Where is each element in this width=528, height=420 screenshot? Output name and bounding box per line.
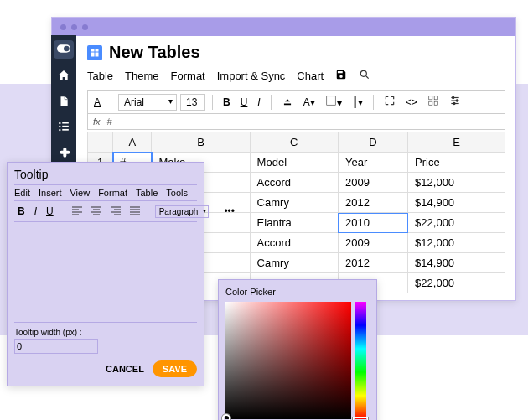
bold-icon[interactable]: B <box>220 95 234 110</box>
tt-underline-icon[interactable]: U <box>43 204 57 219</box>
table-icon <box>87 45 102 60</box>
tt-italic-icon[interactable]: I <box>31 204 40 219</box>
grid-icon[interactable] <box>424 93 443 111</box>
formula-bar[interactable]: fx # <box>87 114 505 130</box>
tooltip-toolbar: B I U Paragraph ••• <box>14 201 197 222</box>
tt-menu-table[interactable]: Table <box>136 188 158 198</box>
underline-icon[interactable]: U <box>237 95 251 110</box>
menubar: Table Theme Format Import & Sync Chart <box>87 65 505 86</box>
border-icon[interactable]: ▾ <box>322 93 345 111</box>
svg-point-21 <box>59 126 60 127</box>
cell[interactable]: Accord <box>250 233 338 253</box>
tt-menu-edit[interactable]: Edit <box>14 188 30 198</box>
fill-color-icon[interactable] <box>278 93 297 111</box>
search-icon[interactable] <box>359 69 370 83</box>
toolbar: A Arial 13 B U I A▾ ▾ ┃▾ <> <box>87 90 505 114</box>
menu-import-sync[interactable]: Import & Sync <box>217 70 286 82</box>
settings-icon[interactable] <box>446 93 464 111</box>
text-color-icon[interactable]: A <box>91 95 104 110</box>
tt-paragraph-select[interactable]: Paragraph <box>155 205 210 218</box>
line-style-icon[interactable]: ┃▾ <box>349 95 366 110</box>
cell[interactable]: 2012 <box>338 193 407 213</box>
cell[interactable]: $22,000 <box>408 273 505 293</box>
col-header[interactable]: C <box>250 132 338 153</box>
corner-cell[interactable] <box>88 132 113 153</box>
fx-label: fx <box>93 117 101 127</box>
tooltip-width-input[interactable] <box>14 339 98 354</box>
text-color-dropdown-icon[interactable]: A▾ <box>300 95 318 110</box>
tooltip-editor-area[interactable] <box>14 222 197 323</box>
save-button[interactable]: SAVE <box>153 360 197 377</box>
col-header[interactable]: A <box>113 132 152 153</box>
tt-menu-tools[interactable]: Tools <box>166 188 188 198</box>
color-cursor[interactable] <box>222 414 230 420</box>
tt-bold-icon[interactable]: B <box>14 204 28 219</box>
svg-rect-20 <box>62 122 69 124</box>
sidebar-item-list[interactable] <box>57 121 70 135</box>
cell[interactable]: Accord <box>250 173 338 193</box>
svg-point-14 <box>452 96 453 98</box>
window-dot <box>82 24 88 30</box>
svg-rect-9 <box>428 101 432 105</box>
cell[interactable]: $14,900 <box>408 193 505 213</box>
svg-point-23 <box>59 129 60 131</box>
cell[interactable]: Camry <box>250 193 338 213</box>
cancel-button[interactable]: CANCEL <box>106 364 144 374</box>
tt-menu-format[interactable]: Format <box>98 188 127 198</box>
sidebar <box>51 35 76 174</box>
tt-align-right-icon[interactable] <box>107 204 124 219</box>
cell[interactable]: $14,900 <box>408 253 505 273</box>
color-saturation-area[interactable] <box>225 302 351 419</box>
svg-rect-5 <box>284 104 291 106</box>
tt-more-icon[interactable]: ••• <box>220 204 238 219</box>
sidebar-item-document[interactable] <box>58 95 70 111</box>
sidebar-item-home[interactable] <box>57 69 70 85</box>
cell[interactable]: Year <box>338 153 407 173</box>
window-dot <box>60 24 66 30</box>
tt-align-center-icon[interactable] <box>88 204 105 219</box>
cell[interactable]: 2010 <box>338 213 407 233</box>
col-header[interactable]: D <box>338 132 407 153</box>
cell[interactable]: Price <box>408 153 505 173</box>
cell[interactable]: 2009 <box>338 173 407 193</box>
svg-rect-7 <box>428 96 432 100</box>
color-picker-title: Color Picker <box>225 287 370 297</box>
code-icon[interactable]: <> <box>402 95 421 110</box>
color-picker-panel: Color Picker <box>218 279 377 420</box>
tt-menu-insert[interactable]: Insert <box>39 188 62 198</box>
col-header[interactable]: E <box>408 132 505 153</box>
sidebar-item-toggle[interactable] <box>54 40 74 59</box>
menu-theme[interactable]: Theme <box>125 70 158 82</box>
cell[interactable]: Camry <box>250 253 338 273</box>
col-header[interactable]: B <box>152 132 250 153</box>
tt-menu-view[interactable]: View <box>70 188 90 198</box>
svg-point-18 <box>64 46 70 52</box>
save-icon[interactable] <box>335 69 347 83</box>
cell[interactable]: 2009 <box>338 233 407 253</box>
cell[interactable]: $22,000 <box>408 213 505 233</box>
menu-format[interactable]: Format <box>171 70 205 82</box>
tt-align-justify-icon[interactable] <box>127 204 143 219</box>
svg-rect-24 <box>62 129 69 131</box>
cell[interactable]: $12,000 <box>408 233 505 253</box>
tt-align-left-icon[interactable] <box>69 204 85 219</box>
cell[interactable]: 2012 <box>338 253 407 273</box>
cell[interactable]: $12,000 <box>408 173 505 193</box>
color-hue-slider[interactable] <box>355 302 366 419</box>
cell[interactable]: Model <box>250 153 338 173</box>
svg-point-15 <box>456 100 458 101</box>
svg-point-16 <box>453 102 454 104</box>
window-dot <box>71 24 77 30</box>
menu-chart[interactable]: Chart <box>297 70 324 82</box>
svg-rect-6 <box>326 96 335 106</box>
menu-table[interactable]: Table <box>87 70 113 82</box>
cell[interactable]: Elantra <box>250 213 338 233</box>
page-title: New Tables <box>109 43 200 62</box>
tooltip-title: Tooltip <box>14 168 197 181</box>
svg-line-4 <box>366 76 369 79</box>
sidebar-item-plugin[interactable] <box>57 145 70 161</box>
font-size-select[interactable]: 13 <box>180 94 205 111</box>
font-family-select[interactable]: Arial <box>118 94 177 111</box>
expand-icon[interactable] <box>380 93 399 111</box>
italic-icon[interactable]: I <box>254 95 263 110</box>
